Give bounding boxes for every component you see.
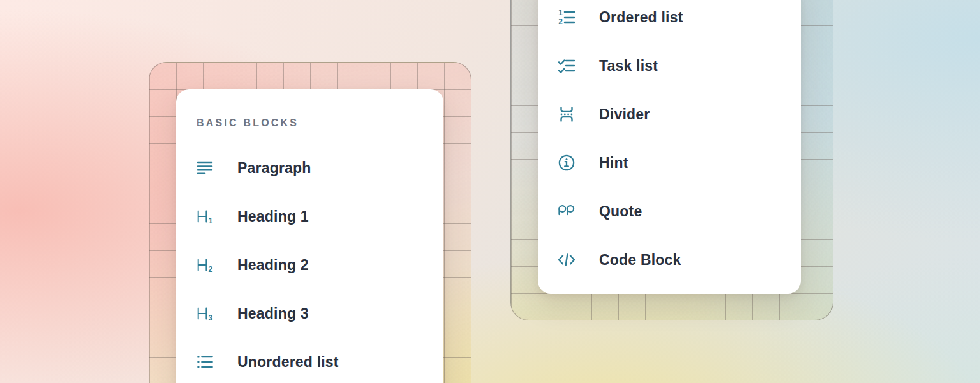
- menu-item-hint[interactable]: Hint: [538, 139, 801, 187]
- menu-item-heading-3[interactable]: 3Heading 3: [176, 289, 443, 338]
- heading-1-icon: 1: [195, 207, 214, 226]
- menu-item-label: Unordered list: [237, 354, 339, 371]
- task-list-icon: [557, 56, 576, 75]
- menu-item-label: Ordered list: [599, 9, 683, 26]
- svg-text:3: 3: [209, 313, 213, 322]
- heading-3-icon: 3: [195, 304, 214, 323]
- menu-item-label: Heading 3: [237, 305, 309, 322]
- menu-item-unordered-list[interactable]: Unordered list: [176, 338, 443, 383]
- menu-item-heading-1[interactable]: 1Heading 1: [176, 192, 443, 241]
- svg-text:1: 1: [209, 216, 213, 225]
- menu-item-quote[interactable]: Quote: [538, 187, 801, 236]
- menu-item-task-list[interactable]: Task list: [538, 41, 801, 90]
- ordered-list-icon: 12: [557, 8, 576, 27]
- menu-item-label: Heading 2: [237, 257, 309, 274]
- code-block-icon: [557, 250, 576, 269]
- menu-item-label: Hint: [599, 154, 628, 172]
- menu-item-label: Quote: [599, 203, 642, 220]
- hint-icon: [557, 153, 576, 172]
- section-label-basic-blocks: BASIC BLOCKS: [176, 89, 443, 129]
- quote-icon: [557, 202, 576, 221]
- menu-item-divider[interactable]: Divider: [538, 90, 801, 139]
- svg-text:1: 1: [558, 8, 563, 17]
- basic-blocks-list: Paragraph1Heading 12Heading 23Heading 3U…: [176, 144, 443, 383]
- menu-item-label: Divider: [599, 106, 650, 123]
- paragraph-icon: [195, 158, 214, 177]
- menu-item-label: Code Block: [599, 252, 681, 269]
- blocks-menu-continued: 12Ordered listTask listDividerHintQuoteC…: [538, 0, 801, 294]
- menu-item-label: Heading 1: [237, 208, 309, 225]
- menu-item-label: Paragraph: [237, 160, 311, 177]
- menu-item-ordered-list[interactable]: 12Ordered list: [538, 0, 801, 41]
- divider-icon: [557, 105, 576, 124]
- svg-text:2: 2: [558, 17, 563, 26]
- menu-item-paragraph[interactable]: Paragraph: [176, 144, 443, 192]
- basic-blocks-menu: BASIC BLOCKS Paragraph1Heading 12Heading…: [176, 89, 443, 383]
- heading-2-icon: 2: [195, 255, 214, 274]
- unordered-list-icon: [195, 352, 214, 372]
- svg-text:2: 2: [209, 265, 213, 274]
- menu-item-heading-2[interactable]: 2Heading 2: [176, 241, 443, 289]
- menu-item-label: Task list: [599, 57, 658, 75]
- blocks-list-continued: 12Ordered listTask listDividerHintQuoteC…: [538, 0, 801, 284]
- menu-item-code-block[interactable]: Code Block: [538, 236, 801, 284]
